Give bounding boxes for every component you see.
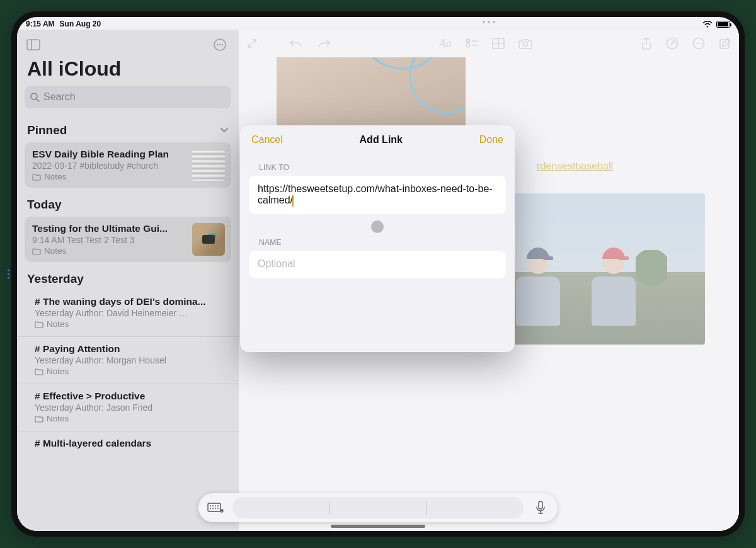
search-placeholder: Search [43,91,76,103]
sidebar-toggle-icon[interactable] [25,36,42,54]
done-button[interactable]: Done [479,134,503,146]
status-date: Sun Aug 20 [60,20,101,28]
status-time: 9:15 AM [26,20,55,28]
ipad-frame: 9:15 AM Sun Aug 20 [11,11,745,537]
note-item-pinned-0[interactable]: ESV Daily Bible Reading Plan 2022-09-17 … [25,142,231,188]
svg-point-28 [212,508,214,509]
home-indicator[interactable] [331,525,425,528]
svg-point-23 [210,505,211,506]
section-today[interactable]: Today [17,189,239,215]
svg-point-29 [215,508,216,509]
svg-point-5 [222,44,223,45]
note-item-y2[interactable]: # Effective > Productive Yesterday Autho… [17,384,239,431]
page-title: All iCloud [17,57,239,86]
chevron-down-icon [220,127,229,134]
link-to-field[interactable]: https://thesweetsetup.com/what-inboxes-n… [249,176,506,214]
text-cursor [292,195,294,207]
status-bar: 9:15 AM Sun Aug 20 [17,17,739,30]
multitask-dots-icon[interactable] [483,21,495,23]
svg-point-25 [215,505,216,506]
note-item-y1[interactable]: # Paying Attention Yesterday Author: Mor… [17,336,239,384]
svg-line-7 [37,99,39,101]
section-yesterday[interactable]: Yesterday [17,263,239,290]
note-thumbnail [192,149,225,181]
note-thumbnail [192,223,225,256]
svg-point-24 [212,505,214,506]
drag-handle-icon[interactable] [371,220,384,233]
svg-point-4 [219,44,220,45]
name-label: NAME [240,236,515,251]
svg-rect-0 [27,40,40,50]
notes-sidebar: All iCloud Search Pinned ESV Daily Bible [17,30,239,531]
name-field[interactable]: Optional [249,251,506,278]
more-icon[interactable] [211,36,229,54]
quicktype-field[interactable] [232,497,524,518]
svg-rect-32 [539,501,542,509]
cancel-button[interactable]: Cancel [251,134,283,146]
link-to-label: LINK TO [240,153,515,176]
search-input[interactable]: Search [25,86,231,108]
note-item-y0[interactable]: # The waning days of DEI's domina... Yes… [17,290,239,336]
dictation-icon[interactable] [527,496,554,519]
note-item-y3[interactable]: # Multi-layered calendars [17,431,239,457]
keyboard-icon[interactable] [202,496,229,519]
section-pinned[interactable]: Pinned [17,115,239,141]
svg-point-27 [210,508,211,509]
svg-point-26 [217,505,219,506]
svg-point-3 [217,44,218,45]
wifi-icon [702,21,713,28]
note-item-today-0[interactable]: Testing for the Ultimate Gui... 9:14 AM … [25,217,231,262]
svg-rect-22 [208,503,220,511]
add-link-modal: Cancel Add Link Done LINK TO https://the… [240,125,515,352]
modal-title: Add Link [360,134,403,146]
screen: 9:15 AM Sun Aug 20 [17,17,739,531]
svg-point-30 [217,508,219,509]
battery-icon [716,21,730,28]
quicktype-bar [198,493,558,522]
